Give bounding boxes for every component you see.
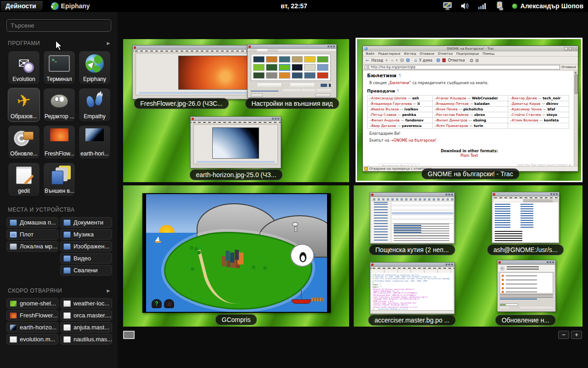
display-icon[interactable] (442, 1, 452, 11)
menu-Изглед[interactable]: Изглед (404, 52, 416, 56)
home-icon[interactable]: ⌂ (414, 58, 417, 63)
volume-icon[interactable] (460, 1, 470, 11)
app-terminal[interactable]: Терминал (43, 51, 75, 85)
place-music[interactable]: Музика (60, 229, 112, 240)
menu-Отиване[interactable]: Отиване (420, 52, 434, 56)
address-field[interactable]: http://fsa-bg.org/project/gtp (365, 65, 560, 69)
label: Локална мр... (20, 243, 57, 250)
workspace-indicator[interactable] (123, 331, 135, 339)
recent-gnome-shell[interactable]: gnome-shel... (6, 298, 58, 309)
reload-icon[interactable] (406, 58, 410, 62)
place-video[interactable]: Видео (60, 253, 112, 264)
evolution-mail-window[interactable] (370, 192, 455, 244)
doc-icon (63, 324, 71, 331)
recent-freshflower[interactable]: FreshFlower... (6, 310, 58, 321)
add-workspace-button[interactable]: + (571, 331, 582, 339)
page-scrollbar[interactable] (574, 71, 578, 166)
history-icon[interactable] (436, 58, 440, 62)
place-home[interactable]: Домашна п... (6, 217, 58, 228)
workspace-4[interactable]: # Bulgarian translation of accerciser po… (354, 185, 582, 327)
app-thumb-flower[interactable]: FreshFlow... (43, 125, 75, 159)
menu-Отметки[interactable]: Отметки (438, 52, 452, 56)
user-menu[interactable]: Александър Шопов (512, 2, 583, 10)
place-desktop[interactable]: Плот (6, 229, 58, 240)
place-downloads[interactable]: Свалени (60, 265, 112, 276)
menu-Редактиране[interactable]: Редактиране (378, 52, 400, 56)
epiphany-browser-window[interactable]: GNOME на български! - Trac _□× ФайлРедак… (362, 46, 578, 172)
top-bar: Дейности Epiphany вт, 22:57 Александър Ш… (0, 0, 588, 12)
place-documents[interactable]: Документи (60, 217, 112, 228)
workspace-2[interactable]: GNOME на български! - Trac _□× ФайлРедак… (356, 38, 582, 182)
recent-orca-po[interactable]: orca.master.... (60, 310, 112, 321)
app-gedit[interactable]: gedit (8, 162, 40, 196)
translator-name: Явор Доганов (371, 124, 396, 128)
app-update[interactable]: Обновле... (8, 125, 40, 159)
translator-nick: ii (418, 102, 420, 106)
go-button[interactable]: Отиване (562, 65, 576, 69)
home-button[interactable]: У дома (419, 58, 432, 63)
menu-Подпрозорци[interactable]: Подпрозорци (456, 52, 479, 56)
programs-expand-icon[interactable]: ▶ (107, 41, 110, 46)
app-epiphany[interactable]: Epiphany (79, 51, 111, 85)
app-empathy[interactable]: Empathy (79, 88, 111, 122)
app-external[interactable]: Външен в... (43, 162, 75, 196)
translator-nick: tech_noir (543, 96, 560, 100)
anchor-pilcrow: ¶ (398, 73, 401, 79)
translator-name: Петър Славов (371, 113, 396, 117)
recent-earth-horizon[interactable]: earth-horizo... (6, 322, 58, 333)
workspace-1[interactable]: FreshFlower.jpg-26.0 (ЧЗС... Настройки н… (123, 39, 349, 182)
workspace-3[interactable]: ✦ ? ⌂ GCompris (123, 185, 349, 327)
bookmarks-button[interactable]: Отметки (448, 58, 465, 63)
translator-name: Ростислав Райков (436, 113, 469, 117)
back-icon[interactable]: ← (366, 58, 369, 63)
app-menu[interactable]: Epiphany (51, 2, 90, 10)
search-input[interactable] (6, 19, 111, 32)
activities-button[interactable]: Дейности (1, 1, 43, 11)
recent-expand-icon[interactable]: ▶ (107, 288, 110, 293)
zoom-out-icon[interactable] (475, 59, 479, 62)
remove-workspace-button[interactable]: − (558, 331, 569, 339)
update-manager-window[interactable] (497, 260, 556, 312)
appearance-settings-window[interactable] (247, 44, 337, 98)
recent-anjuta-po[interactable]: anjuta.mast... (60, 322, 112, 333)
zoom-in-icon[interactable] (470, 59, 473, 62)
app-gimp[interactable]: Редактор ... (43, 88, 75, 122)
app-label: Образов... (11, 113, 37, 120)
gcompris-tux-bubble[interactable]: ✦ (290, 244, 314, 267)
gedit-po-window[interactable]: # Bulgarian translation of accerciser po… (370, 262, 455, 314)
menu-Файл[interactable]: Файл (366, 52, 374, 56)
recent-evolution-po[interactable]: evolution.m... (6, 334, 58, 345)
place-pictures[interactable]: Изображен... (60, 241, 112, 252)
place-network[interactable]: Локална мр... (6, 241, 58, 252)
translator-nick: bfaf (548, 107, 555, 111)
recent-nautilus-po[interactable]: nautilus.mas... (60, 334, 112, 345)
back-dropdown-icon[interactable]: ▾ (385, 58, 388, 63)
gcompris-window[interactable]: ✦ ? ⌂ (142, 193, 331, 313)
battery-icon[interactable] (495, 1, 505, 11)
gcompris-home-button[interactable]: ⌂ (164, 299, 174, 308)
stop-icon[interactable] (400, 58, 404, 62)
forward-icon[interactable]: → (390, 58, 394, 63)
translator-name: Виктор Дачев (512, 96, 537, 100)
app-thumb-earth[interactable]: earth-hori... (79, 125, 111, 159)
desktop-icon (10, 231, 17, 238)
tux-icon (300, 252, 306, 262)
gimp-earth-window[interactable] (190, 116, 281, 168)
forward-dropdown-icon[interactable]: ▾ (396, 58, 398, 63)
label: anjuta.mast... (74, 324, 109, 331)
recent-header: СКОРО ОТВАРЯНИ (8, 288, 62, 294)
translator-name: Владимира Гиргинова (371, 102, 412, 106)
app-gcompris[interactable]: Образов... (8, 88, 40, 122)
gcompris-help-button[interactable]: ? (152, 299, 162, 308)
window-title-gcompris: GCompris (215, 314, 257, 325)
network-signal-icon[interactable] (477, 1, 487, 11)
app-evolution[interactable]: Evolution (8, 51, 40, 85)
bookmarks-icon[interactable] (442, 58, 446, 62)
menu-Помощ[interactable]: Помощ (483, 52, 495, 56)
back-button[interactable]: Назад (372, 58, 384, 63)
label: Изображен... (74, 243, 109, 250)
para-text: “ са периодичните съобщения на екипа. (409, 81, 488, 85)
terminal-window[interactable] (492, 192, 560, 243)
recent-weather-loc[interactable]: weather-loc... (60, 298, 112, 309)
clock[interactable]: вт, 22:57 (281, 2, 307, 10)
